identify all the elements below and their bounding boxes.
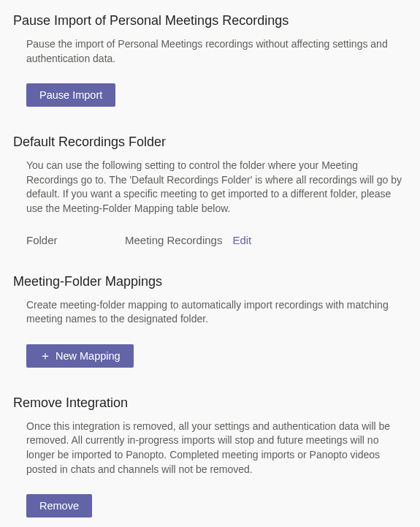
folder-value: Meeting Recordings — [125, 234, 222, 246]
remove-button-label: Remove — [39, 500, 79, 512]
new-mapping-button-label: New Mapping — [56, 350, 121, 362]
remove-integration-title: Remove Integration — [13, 395, 408, 411]
pause-import-button[interactable]: Pause Import — [26, 83, 115, 107]
pause-import-desc: Pause the import of Personal Meetings re… — [13, 37, 408, 66]
default-folder-section: Default Recordings Folder You can use th… — [13, 134, 408, 246]
mappings-section: Meeting-Folder Mappings Create meeting-f… — [13, 274, 408, 368]
folder-row: Folder Meeting Recordings Edit — [13, 234, 408, 246]
edit-link[interactable]: Edit — [232, 234, 251, 246]
plus-icon: ＋ — [39, 350, 51, 362]
pause-import-button-label: Pause Import — [39, 89, 102, 101]
remove-integration-desc: Once this integration is removed, all yo… — [13, 420, 408, 477]
remove-button[interactable]: Remove — [26, 494, 92, 517]
pause-import-section: Pause Import of Personal Meetings Record… — [13, 13, 408, 107]
default-folder-desc: You can use the following setting to con… — [13, 159, 408, 216]
default-folder-title: Default Recordings Folder — [13, 134, 408, 150]
mappings-title: Meeting-Folder Mappings — [13, 274, 408, 289]
pause-import-title: Pause Import of Personal Meetings Record… — [13, 13, 408, 29]
mappings-desc: Create meeting-folder mapping to automat… — [13, 298, 408, 327]
new-mapping-button[interactable]: ＋ New Mapping — [26, 344, 134, 368]
folder-label: Folder — [26, 234, 125, 246]
remove-integration-section: Remove Integration Once this integration… — [13, 395, 408, 517]
